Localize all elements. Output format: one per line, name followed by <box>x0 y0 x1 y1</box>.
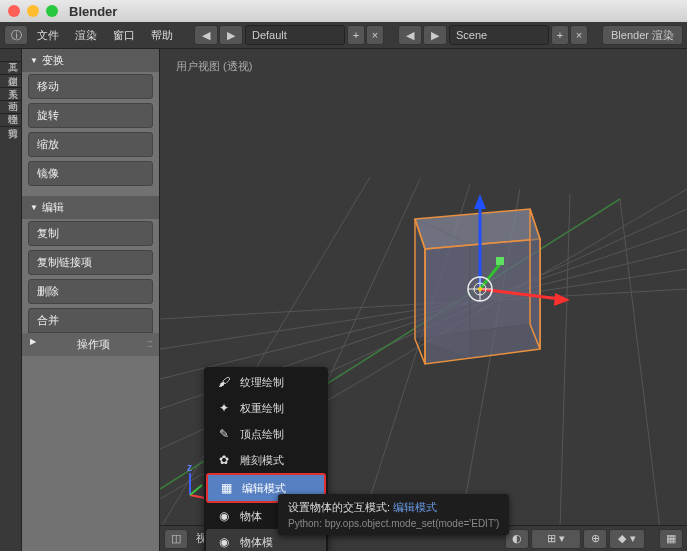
menu-help[interactable]: 帮助 <box>144 28 180 43</box>
mode-label: 权重绘制 <box>240 401 284 416</box>
mode-label: 物体模 <box>240 535 273 550</box>
svg-marker-17 <box>530 209 540 349</box>
scene-select[interactable]: Scene <box>449 25 549 45</box>
sculpt-icon: ✿ <box>216 452 232 468</box>
close-window-icon[interactable] <box>8 5 20 17</box>
mode-texture-paint[interactable]: 🖌 纹理绘制 <box>206 369 326 395</box>
tooltip-mode: 编辑模式 <box>393 501 437 513</box>
svg-marker-23 <box>474 194 486 209</box>
layout-label: Default <box>252 29 287 41</box>
object-icon: ◉ <box>216 534 232 550</box>
add-scene-icon[interactable]: + <box>551 25 569 45</box>
engine-label: Blender 渲染 <box>611 28 674 43</box>
menu-window[interactable]: 窗口 <box>106 28 142 43</box>
gizmo-icon[interactable]: ⊕ <box>583 529 607 549</box>
history-label: 操作项 <box>77 337 110 352</box>
snap-icon[interactable]: ◆ ▾ <box>609 529 645 549</box>
tooltip: 设置物体的交互模式: 编辑模式 Python: bpy.ops.object.m… <box>278 494 509 535</box>
tab-tools[interactable]: 工具 <box>0 49 21 62</box>
remove-layout-icon[interactable]: × <box>366 25 384 45</box>
axis-z-label: z <box>187 462 192 473</box>
btn-duplicate[interactable]: 复制 <box>28 221 153 246</box>
next-layout-icon[interactable]: ▶ <box>219 25 243 45</box>
brush-icon: 🖌 <box>216 374 232 390</box>
svg-line-10 <box>620 199 660 529</box>
tooltip-title: 设置物体的交互模式: 编辑模式 <box>288 500 499 515</box>
prev-layout-icon[interactable]: ◀ <box>194 25 218 45</box>
info-header: ⓘ 文件 渲染 窗口 帮助 ◀ ▶ Default + × ◀ ▶ Scene … <box>0 22 687 49</box>
edit-icon: ▦ <box>218 480 234 496</box>
layout-select[interactable]: Default <box>245 25 345 45</box>
tool-shelf: 变换 移动 旋转 缩放 镜像 编辑 复制 复制链接项 删除 合并 操作项 :::… <box>22 49 160 551</box>
tooltip-prefix: 设置物体的交互模式: <box>288 501 393 513</box>
btn-delete[interactable]: 删除 <box>28 279 153 304</box>
menu-render[interactable]: 渲染 <box>68 28 104 43</box>
grip-icon[interactable]: :::: <box>147 337 151 352</box>
svg-line-35 <box>190 485 202 495</box>
scene-browse2-icon[interactable]: ▶ <box>423 25 447 45</box>
btn-scale[interactable]: 缩放 <box>28 132 153 157</box>
mode-sculpt[interactable]: ✿ 雕刻模式 <box>206 447 326 473</box>
svg-point-32 <box>478 287 482 291</box>
weight-icon: ✦ <box>216 400 232 416</box>
layers-icon[interactable]: ▦ <box>659 529 683 549</box>
editor-type-icon[interactable]: ⓘ <box>4 25 28 45</box>
btn-rotate[interactable]: 旋转 <box>28 103 153 128</box>
maximize-window-icon[interactable] <box>46 5 58 17</box>
minimize-window-icon[interactable] <box>27 5 39 17</box>
btn-duplicate-linked[interactable]: 复制链接项 <box>28 250 153 275</box>
svg-marker-25 <box>554 293 570 306</box>
mode-label: 纹理绘制 <box>240 375 284 390</box>
overlays-icon[interactable]: ⊞ ▾ <box>531 529 581 549</box>
panel-transform-header[interactable]: 变换 <box>22 49 159 72</box>
viewport-editor-icon[interactable]: ◫ <box>164 529 188 549</box>
object-icon: ◉ <box>216 508 232 524</box>
btn-translate[interactable]: 移动 <box>28 74 153 99</box>
tab-greasepencil[interactable]: 剪辑 <box>0 114 21 127</box>
panel-history-header[interactable]: 操作项 :::: <box>22 333 159 356</box>
mode-weight-paint[interactable]: ✦ 权重绘制 <box>206 395 326 421</box>
tab-create[interactable]: 创建 <box>0 62 21 75</box>
mode-label: 雕刻模式 <box>240 453 284 468</box>
scene-label: Scene <box>456 29 487 41</box>
svg-rect-27 <box>496 257 504 265</box>
mode-label: 顶点绘制 <box>240 427 284 442</box>
mode-vertex-paint[interactable]: ✎ 顶点绘制 <box>206 421 326 447</box>
svg-line-9 <box>560 194 570 529</box>
tab-physics[interactable]: 物理 <box>0 101 21 114</box>
btn-join[interactable]: 合并 <box>28 308 153 333</box>
remove-scene-icon[interactable]: × <box>570 25 588 45</box>
scene-browse-icon[interactable]: ◀ <box>398 25 422 45</box>
tooltip-python: Python: bpy.ops.object.mode_set(mode='ED… <box>288 518 499 529</box>
tab-relations[interactable]: 关系 <box>0 75 21 88</box>
add-layout-icon[interactable]: + <box>347 25 365 45</box>
panel-edit-header[interactable]: 编辑 <box>22 196 159 219</box>
app-title: Blender <box>69 4 117 19</box>
btn-mirror[interactable]: 镜像 <box>28 161 153 186</box>
tab-animation[interactable]: 动画 <box>0 88 21 101</box>
vertex-icon: ✎ <box>216 426 232 442</box>
tool-tabs: 工具 创建 关系 动画 物理 剪辑 <box>0 49 22 551</box>
window-titlebar: Blender <box>0 0 687 22</box>
menu-file[interactable]: 文件 <box>30 28 66 43</box>
mode-label: 物体 <box>240 509 262 524</box>
render-engine-select[interactable]: Blender 渲染 <box>602 25 683 45</box>
